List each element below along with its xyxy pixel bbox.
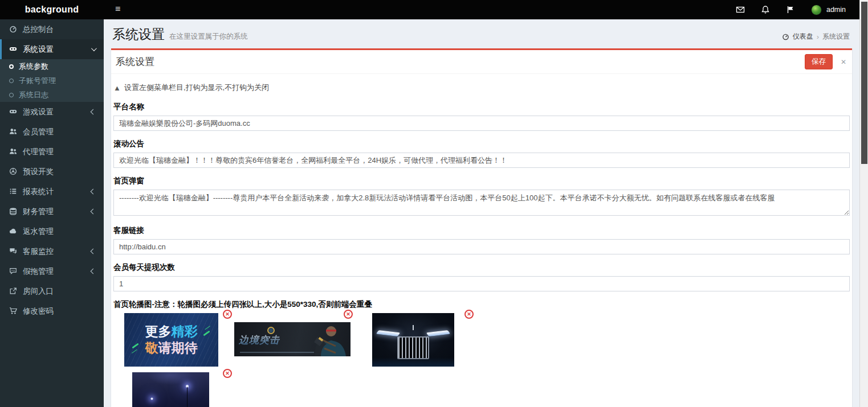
sidebar-subitem-subaccount[interactable]: 子账号管理 xyxy=(0,73,104,88)
circle-icon xyxy=(9,64,14,69)
comments-icon xyxy=(9,247,18,256)
sidebar-item-fake-drag[interactable]: 假拖管理 xyxy=(0,261,104,281)
external-link-icon xyxy=(9,287,18,296)
avatar xyxy=(811,5,822,15)
bell-icon[interactable] xyxy=(761,5,770,14)
ball-icon xyxy=(9,167,18,176)
menu-warning: 设置左侧菜单栏目,打钩为显示,不打钩为关闭 xyxy=(113,83,850,93)
field-scroll-notice: 滚动公告 xyxy=(113,139,850,168)
panel-header: 系统设置 保存 xyxy=(111,50,852,74)
sidebar-item-preset-lottery[interactable]: 预设开奖 xyxy=(0,162,104,182)
sidebar-item-members[interactable]: 会员管理 xyxy=(0,122,104,142)
panel-body: 设置左侧菜单栏目,打钩为显示,不打钩为关闭 平台名称 滚动公告 首页弹窗 ---… xyxy=(111,74,852,407)
dashboard-icon xyxy=(782,33,789,40)
sidebar-item-service-monitor[interactable]: 客服监控 xyxy=(0,241,104,261)
carousel-image-2: 边境突击 xyxy=(234,322,351,356)
sidebar-item-change-password[interactable]: 修改密码 xyxy=(0,301,104,321)
cart-icon xyxy=(9,307,18,316)
field-withdraw-times: 会员每天提现次数 xyxy=(113,262,850,291)
topbar: background admin xyxy=(0,0,859,19)
delete-image-button[interactable] xyxy=(464,310,474,319)
user-menu[interactable]: admin xyxy=(811,5,846,15)
settings-panel: 系统设置 保存 设置左侧菜单栏目,打钩为显示,不打钩为关闭 平台名称 滚动公告 … xyxy=(111,48,852,407)
close-icon[interactable] xyxy=(841,58,846,66)
sidebar: 总控制台 系统设置 系统参数 子账号管理 系统日志 游戏设置 会员管理 代理管理 xyxy=(0,19,104,407)
database-icon xyxy=(9,207,18,216)
app-logo[interactable]: background xyxy=(0,0,104,19)
circle-icon xyxy=(9,79,14,83)
dashboard-icon xyxy=(9,25,18,34)
sidebar-subitem-system-params[interactable]: 系统参数 xyxy=(0,59,104,73)
game-logo-text: 边境突击 xyxy=(239,334,280,347)
page-subtitle: 在这里设置属于你的系统 xyxy=(169,32,248,40)
service-link-label: 客服链接 xyxy=(113,225,850,236)
envelope-icon[interactable] xyxy=(736,5,745,14)
mask-icon xyxy=(9,108,18,117)
list-icon xyxy=(9,187,18,196)
panel-title: 系统设置 xyxy=(116,56,154,67)
sidebar-subitem-system-log[interactable]: 系统日志 xyxy=(0,88,104,102)
delete-image-button[interactable] xyxy=(223,310,232,319)
system-settings-submenu: 系统参数 子账号管理 系统日志 xyxy=(0,59,104,102)
street-lamp xyxy=(151,398,153,400)
sidebar-item-agents[interactable]: 代理管理 xyxy=(0,142,104,162)
sidebar-item-console[interactable]: 总控制台 xyxy=(0,19,104,39)
breadcrumb-home[interactable]: 仪表盘 xyxy=(793,32,813,42)
withdraw-times-input[interactable] xyxy=(113,276,850,291)
panel-tools: 保存 xyxy=(805,54,846,69)
sidebar-item-room-entry[interactable]: 房间入口 xyxy=(0,281,104,301)
breadcrumb-separator xyxy=(817,32,819,41)
scrollbar-thumb[interactable] xyxy=(861,2,867,164)
cloud-icon xyxy=(9,227,18,236)
chevron-left-icon xyxy=(91,269,96,274)
home-popup-textarea[interactable]: --------欢迎光临【瑞穗金融】--------尊贵用户本平台全新活动来袭，… xyxy=(113,190,850,216)
carousel-image-4 xyxy=(132,372,209,407)
flag-icon[interactable] xyxy=(786,5,795,14)
sidebar-item-reports[interactable]: 报表统计 xyxy=(0,182,104,202)
username: admin xyxy=(826,6,846,14)
chevron-left-icon xyxy=(91,189,96,195)
comment-icon xyxy=(9,267,18,276)
sidebar-item-rebate[interactable]: 返水管理 xyxy=(0,221,104,241)
main-content: 系统设置在这里设置属于你的系统 仪表盘 系统设置 系统设置 保存 设置左侧菜单栏… xyxy=(104,19,859,407)
headlight xyxy=(376,330,400,336)
tick-decoration xyxy=(203,331,210,336)
users-icon xyxy=(9,147,18,157)
sidebar-item-system-settings[interactable]: 系统设置 xyxy=(0,39,104,59)
car-grille xyxy=(397,336,429,359)
chevron-left-icon xyxy=(91,109,96,115)
delete-image-button[interactable] xyxy=(344,310,353,319)
platform-name-input[interactable] xyxy=(113,116,850,131)
headlight xyxy=(426,330,450,336)
circle-icon xyxy=(9,93,14,97)
field-platform-name: 平台名称 xyxy=(113,102,850,131)
scrollbar[interactable] xyxy=(859,0,868,407)
breadcrumb: 仪表盘 系统设置 xyxy=(782,32,850,42)
scroll-notice-input[interactable] xyxy=(113,153,850,168)
carousel-image-3 xyxy=(372,313,454,367)
carousel-image-1: 更多精彩 敬请期待 xyxy=(124,313,218,367)
chevron-left-icon xyxy=(91,249,96,254)
delete-image-button[interactable] xyxy=(223,369,232,378)
carousel-images: 更多精彩 敬请期待 xyxy=(113,310,850,407)
home-popup-label: 首页弹窗 xyxy=(113,176,850,186)
page-title: 系统设置在这里设置属于你的系统 xyxy=(112,27,248,42)
withdraw-times-label: 会员每天提现次数 xyxy=(113,262,850,273)
chevron-down-icon xyxy=(91,46,97,51)
carousel-label: 首页轮播图-注意：轮播图必须上传四张以上,大小是550*330,否则前端会重叠 xyxy=(113,299,850,310)
sidebar-toggle-icon[interactable] xyxy=(109,0,126,19)
save-button[interactable]: 保存 xyxy=(805,54,833,69)
tick-decoration xyxy=(132,343,138,349)
sidebar-item-game-settings[interactable]: 游戏设置 xyxy=(0,102,104,122)
breadcrumb-current: 系统设置 xyxy=(822,32,850,42)
service-link-input[interactable] xyxy=(113,239,850,254)
sidebar-item-finance[interactable]: 财务管理 xyxy=(0,202,104,221)
field-home-popup: 首页弹窗 --------欢迎光临【瑞穗金融】--------尊贵用户本平台全新… xyxy=(113,176,850,217)
users-icon xyxy=(9,128,18,137)
content-header: 系统设置在这里设置属于你的系统 仪表盘 系统设置 xyxy=(111,19,852,48)
platform-name-label: 平台名称 xyxy=(113,102,850,112)
scroll-notice-label: 滚动公告 xyxy=(113,139,850,149)
caption-decoration xyxy=(240,352,314,353)
field-service-link: 客服链接 xyxy=(113,225,850,254)
chevron-left-icon xyxy=(91,209,96,215)
